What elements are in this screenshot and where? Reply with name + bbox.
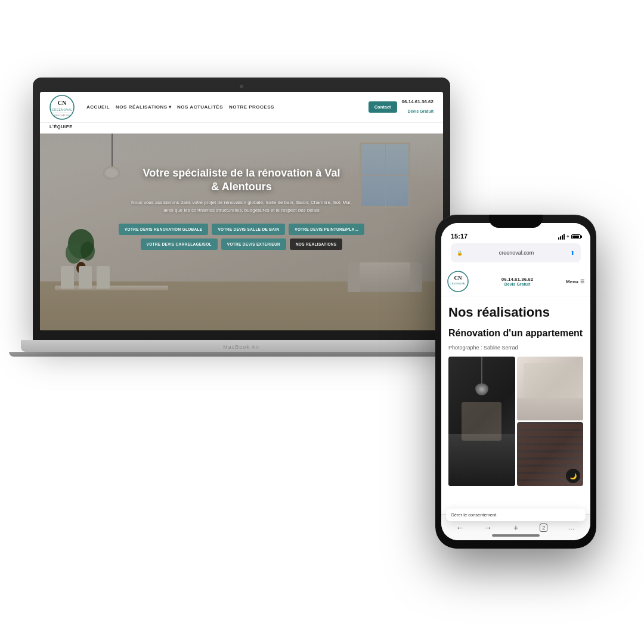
btn-devis-salle-bain[interactable]: VOTRE DEVIS SALLE DE BAIN <box>212 224 285 235</box>
devis-link[interactable]: Devis Gratuit <box>407 109 434 113</box>
battery-fill <box>572 236 579 238</box>
svg-text:CREENOVAL: CREENOVAL <box>52 108 73 112</box>
consent-banner[interactable]: Gérer le consentement <box>446 509 586 521</box>
phone-screen: 15:17 ⌖ <box>441 223 590 540</box>
phone-logo: CN CREENOVAL <box>447 271 469 292</box>
wifi-icon: ⌖ <box>566 234 569 240</box>
phone-phone-num: 06.14.61.36.62 <box>501 277 533 282</box>
phone-site-header: CN CREENOVAL 06.14.61.36.62 Devis Gratui… <box>441 267 590 296</box>
bar3 <box>562 235 563 240</box>
phone-menu-button[interactable]: Menu ☰ <box>566 279 584 284</box>
dark-mode-toggle[interactable]: 🌙 <box>566 469 580 483</box>
nav-actualites[interactable]: NOS ACTUALITÉS <box>177 104 223 110</box>
moon-icon: 🌙 <box>569 473 577 479</box>
hero-buttons-row1: VOTRE DEVIS RENOVATION GLOBALE VOTRE DEV… <box>40 224 443 235</box>
logo-area: CN CREENOVAL RÉNOVATION <box>49 95 75 120</box>
nav-accueil[interactable]: ACCUEIL <box>86 104 110 110</box>
bar4 <box>564 234 565 240</box>
logo-icon: CN CREENOVAL RÉNOVATION <box>49 95 75 120</box>
laptop-bottom-bar <box>9 352 474 357</box>
status-icons: ⌖ <box>558 234 581 240</box>
phone-phone-info: 06.14.61.36.62 Devis Gratuit <box>501 277 533 286</box>
phone-notch <box>489 215 543 228</box>
phone-device: 15:17 ⌖ <box>435 215 596 549</box>
phone-new-tab-button[interactable]: + <box>507 521 525 535</box>
contact-button[interactable]: Contact <box>369 101 397 113</box>
btn-devis-exterieur[interactable]: VOTRE DEVIS EXTERIEUR <box>221 239 286 250</box>
nav-links: ACCUEIL NOS RÉALISATIONS ▾ NOS ACTUALITÉ… <box>86 104 361 110</box>
btn-nos-realisations[interactable]: NOS REALISATIONS <box>290 239 343 250</box>
laptop-device: CN CREENOVAL RÉNOVATION ACCUEIL NOS RÉAL… <box>33 78 450 364</box>
menu-hamburger-icon: ☰ <box>580 279 584 284</box>
laptop-camera <box>240 85 243 88</box>
pendant-wire <box>481 357 482 386</box>
svg-text:CREENOVAL: CREENOVAL <box>450 282 466 285</box>
home-indicator <box>492 534 540 537</box>
lock-icon: 🔒 <box>457 250 463 256</box>
laptop-outer: CN CREENOVAL RÉNOVATION ACCUEIL NOS RÉAL… <box>33 78 450 340</box>
hero-title: Votre spécialiste de la rénovation à Val… <box>40 166 443 194</box>
photo-cell-2 <box>517 357 584 420</box>
consent-text: Gérer le consentement <box>451 512 496 518</box>
hero-content: Votre spécialiste de la rénovation à Val… <box>40 134 443 250</box>
website-nav: CN CREENOVAL RÉNOVATION ACCUEIL NOS RÉAL… <box>40 92 443 123</box>
photo-cell-3: 🌙 <box>517 422 584 486</box>
phone-content: Nos réalisations Rénovation d'un apparte… <box>441 296 590 493</box>
hero-section: Votre spécialiste de la rénovation à Val… <box>40 134 443 330</box>
scene: CN CREENOVAL RÉNOVATION ACCUEIL NOS RÉAL… <box>0 0 644 644</box>
artwork <box>524 363 577 401</box>
phone-more-button[interactable]: ... <box>563 521 581 535</box>
phone-back-button[interactable]: ← <box>451 521 469 535</box>
svg-text:CN: CN <box>454 275 462 281</box>
hero-buttons-row2: VOTRE DEVIS CARRELAGE/SOL VOTRE DEVIS EX… <box>40 239 443 250</box>
dropdown-icon: ▾ <box>169 104 172 110</box>
svg-text:CN: CN <box>58 100 67 106</box>
phone-section-title: Nos réalisations <box>448 305 583 320</box>
phone-forward-button[interactable]: → <box>479 521 497 535</box>
status-time: 15:17 <box>451 233 467 240</box>
phone-address-bar[interactable]: 🔒 creenoval.com ⬆ <box>451 243 581 262</box>
nav-process[interactable]: NOTRE PROCESS <box>229 104 274 110</box>
btn-devis-peinture[interactable]: VOTRE DEVIS PEINTURE/PLA... <box>289 224 364 235</box>
phone-devis[interactable]: Devis Gratuit <box>501 282 533 286</box>
bar1 <box>558 237 559 240</box>
laptop-base <box>21 340 462 352</box>
address-bar-wrapper: 🔒 creenoval.com ⬆ <box>441 242 590 267</box>
photo-grid: 🌙 <box>448 357 583 488</box>
phone-photographer: Photographe : Sabine Serrad <box>448 345 583 351</box>
phone-area: 06.14.61.36.62 Devis Gratuit <box>402 99 434 115</box>
battery-icon <box>571 234 581 239</box>
phone-subsection-title: Rénovation d'un appartement <box>448 327 583 340</box>
svg-text:RÉNOVATION: RÉNOVATION <box>54 114 70 117</box>
btn-devis-renovation[interactable]: VOTRE DEVIS RENOVATION GLOBALE <box>119 224 208 235</box>
pendant-shade <box>475 383 488 395</box>
phone-number: 06.14.61.36.62 <box>402 99 434 104</box>
photo-table <box>462 402 501 441</box>
nav-realisations[interactable]: NOS RÉALISATIONS ▾ <box>116 104 171 110</box>
phone-tabs-button[interactable]: 2 <box>535 521 553 535</box>
signal-bars-icon <box>558 234 565 240</box>
bar2 <box>560 236 561 240</box>
photo-cell-1 <box>448 357 515 486</box>
share-icon[interactable]: ⬆ <box>570 250 575 256</box>
phone-outer: 15:17 ⌖ <box>435 215 596 549</box>
address-text: creenoval.com <box>463 250 570 256</box>
btn-devis-carrelage[interactable]: VOTRE DEVIS CARRELAGE/SOL <box>141 239 218 250</box>
nav-equipe[interactable]: L'ÉQUIPE <box>49 124 73 131</box>
nav-right: Contact 06.14.61.36.62 Devis Gratuit <box>369 99 434 115</box>
photo-floor <box>448 434 515 486</box>
hero-subtitle: Nous vous assisterons dans votre projet … <box>128 199 355 215</box>
sofa <box>517 398 584 420</box>
laptop-screen: CN CREENOVAL RÉNOVATION ACCUEIL NOS RÉAL… <box>40 92 443 330</box>
